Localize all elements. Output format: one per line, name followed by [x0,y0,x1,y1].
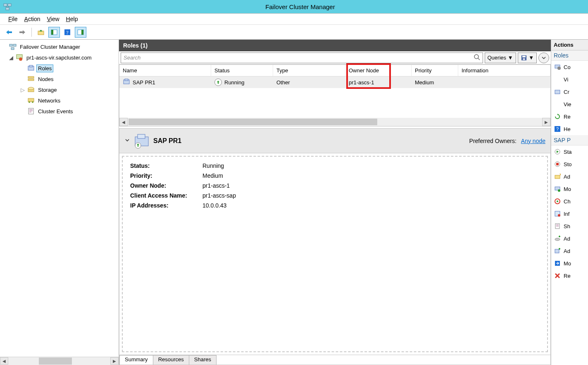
menu-bar: File Action View Help [0,13,588,25]
svg-point-16 [19,57,22,61]
action-info[interactable]: Inf [551,208,588,220]
scroll-left-button[interactable]: ◀ [119,118,128,126]
expand-search-button[interactable] [538,52,549,63]
action-more[interactable]: Mo [551,257,588,270]
action-add-resource[interactable]: Ad [551,245,588,257]
col-name[interactable]: Name [119,65,211,76]
col-status[interactable]: Status [211,65,273,76]
scroll-track[interactable] [128,118,542,126]
scroll-thumb[interactable] [129,119,377,125]
svg-rect-12 [10,44,12,46]
tool-action-pane-button[interactable] [75,27,86,38]
nodes-icon [27,75,35,83]
action-start[interactable]: Sta [551,146,588,158]
col-type[interactable]: Type [273,65,345,76]
action-view[interactable]: Vie [551,98,588,110]
scroll-track[interactable] [8,357,110,365]
action-add-storage[interactable]: Ad [551,232,588,245]
role-large-icon [133,133,150,149]
svg-rect-2 [6,7,9,10]
tree-nodes[interactable]: Nodes [2,74,117,84]
tree-h-scrollbar[interactable]: ◀ ▶ [0,357,119,365]
col-information[interactable]: Information [458,65,550,76]
roles-h-scrollbar[interactable]: ◀ ▶ [119,118,550,126]
menu-action[interactable]: Action [24,16,40,22]
preferred-owners-link[interactable]: Any node [521,138,545,144]
svg-point-27 [474,55,478,59]
cell-owner-node: pr1-ascs-1 [345,76,412,88]
action-stop[interactable]: Sto [551,158,588,170]
tool-up-button[interactable] [35,27,47,38]
cluster-manager-icon [9,43,17,50]
expander-icon[interactable]: ◢ [8,55,14,61]
action-show[interactable]: Sh [551,220,588,232]
actions-pane: Actions Roles Co Vi Cr Vie Re ?He SAP P … [551,40,588,365]
menu-file[interactable]: File [8,16,18,22]
tree-label: Nodes [36,75,55,83]
svg-rect-3 [8,31,12,33]
table-header: Name Status Type Owner Node Priority Inf… [119,65,550,76]
collapse-toggle[interactable] [124,137,130,144]
running-icon [214,79,222,86]
tab-resources[interactable]: Resources [153,355,189,365]
scroll-left-button[interactable]: ◀ [0,357,8,365]
action-configure[interactable]: Co [551,61,588,73]
col-priority[interactable]: Priority [412,65,458,76]
main-area: Failover Cluster Manager ◢ pr1-ascs-vir.… [0,40,588,365]
table-row[interactable]: SAP PR1 Running Other pr1-ascs-1 Medium [119,76,550,88]
tree-storage[interactable]: ▷ Storage [2,84,117,95]
save-query-button[interactable]: ▼ [518,52,537,63]
tree-cluster-events[interactable]: Cluster Events [2,106,117,117]
scroll-thumb[interactable] [39,358,72,365]
action-add[interactable]: ★Ad [551,170,588,183]
col-owner-node[interactable]: Owner Node [345,65,412,76]
svg-rect-1 [8,4,11,6]
tab-summary[interactable]: Summary [119,355,153,365]
tab-shares[interactable]: Shares [189,355,217,365]
cluster-icon [16,54,23,61]
tree-label: Networks [36,97,62,105]
svg-point-22 [28,87,34,90]
tool-help-button[interactable]: ? [62,27,73,38]
svg-point-52 [558,214,560,217]
svg-point-24 [29,101,30,103]
nav-back-button[interactable] [3,27,15,38]
queries-button[interactable]: Queries ▼ [485,52,516,63]
details-tabs: Summary Resources Shares [119,355,550,365]
tree-networks[interactable]: Networks [2,95,117,106]
expander-icon[interactable]: ▷ [20,87,26,93]
action-create[interactable]: Cr [551,86,588,98]
svg-rect-7 [51,30,53,35]
tree-roles[interactable]: Roles [2,63,117,74]
scroll-right-button[interactable]: ▶ [110,357,119,365]
plus-icon [554,235,561,242]
action-refresh[interactable]: Re [551,110,588,123]
svg-rect-0 [4,4,7,6]
svg-point-54 [555,238,560,241]
action-move[interactable]: Mo [551,183,588,195]
svg-rect-55 [555,249,559,253]
action-change[interactable]: Ch [551,195,588,208]
tree-label: pr1-ascs-vir.sapcluster.com [25,54,93,62]
refresh-icon [554,113,561,120]
storage-icon [27,86,35,93]
more-icon [554,260,561,267]
scroll-right-button[interactable]: ▶ [542,118,550,126]
tree-root[interactable]: Failover Cluster Manager [2,41,117,52]
action-help[interactable]: ?He [551,123,588,135]
nav-forward-button[interactable] [17,27,28,38]
details-body: Status:Running Priority:Medium Owner Nod… [122,156,548,352]
search-input[interactable]: Search [121,52,483,63]
action-vm[interactable]: Vi [551,73,588,86]
menu-help[interactable]: Help [66,16,78,22]
action-remove[interactable]: Re [551,270,588,282]
svg-rect-5 [38,31,44,35]
svg-rect-39 [555,90,560,94]
menu-view[interactable]: View [47,16,60,22]
tree-cluster[interactable]: ◢ pr1-ascs-vir.sapcluster.com [2,52,117,63]
cell-info [458,76,550,88]
svg-text:★: ★ [559,173,561,177]
kv-status: Status:Running [130,162,540,169]
tool-show-hide-button[interactable] [48,27,60,38]
svg-point-50 [557,200,558,202]
